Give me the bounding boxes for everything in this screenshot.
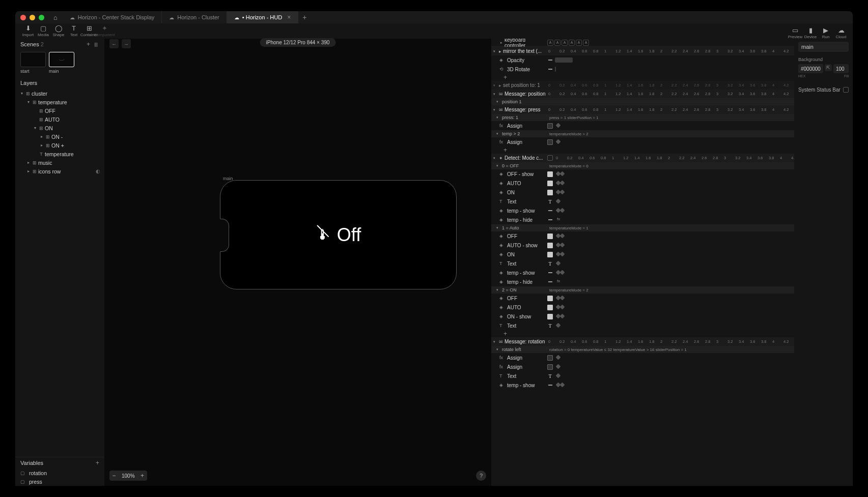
keyframe[interactable] [560, 181, 565, 186]
time-ruler[interactable]: 00.20.40.60.811.21.41.61.822.22.42.62.83… [555, 154, 794, 162]
keyframe[interactable] [560, 171, 565, 177]
expand-arrow[interactable]: ▾ [496, 226, 500, 230]
preview-button[interactable]: ▭Preview [788, 26, 803, 39]
track-row[interactable]: ⟲3D Rotate [491, 65, 794, 74]
track-lane[interactable] [555, 188, 794, 197]
track-group[interactable]: ▾✉Message: position00.20.40.60.811.21.41… [491, 90, 794, 98]
track-condition[interactable]: ▾0 = OFFtemperatureMode = 0 [491, 162, 794, 169]
track-row[interactable]: ◈AUTO [491, 303, 794, 312]
track-lane[interactable] [555, 231, 794, 241]
expand-arrow[interactable]: ▾ [493, 83, 497, 87]
track-lane[interactable] [555, 55, 794, 65]
track-row[interactable]: ◈ON [491, 188, 794, 197]
track-row[interactable]: ◈temp - hidefx [491, 215, 794, 224]
inspector-title[interactable]: main [798, 42, 849, 52]
track-toggle[interactable] [547, 123, 553, 129]
track-group[interactable]: ▾▸set position to: 100.20.40.60.811.21.4… [491, 81, 794, 90]
track-row[interactable]: TTextT [491, 259, 794, 268]
variable-press[interactable]: ▢press [15, 477, 104, 486]
track-lane[interactable] [555, 259, 794, 268]
tab-1[interactable]: ☁Horizon - Cluster [162, 11, 227, 23]
track-row[interactable]: TTextT [491, 321, 794, 330]
zoom-value[interactable]: 100% [119, 473, 138, 479]
expand-arrow[interactable]: ▾ [496, 100, 500, 104]
background-hex-field[interactable]: #000000 [798, 64, 823, 73]
kb-key-3[interactable]: A [569, 40, 575, 46]
track-condition[interactable]: ▾2 = ONtemperatureMode = 2 [491, 286, 794, 294]
expand-arrow[interactable]: ▾ [493, 156, 497, 160]
track-lane[interactable]: fx [555, 277, 794, 286]
nav-back-button[interactable]: ← [109, 39, 119, 48]
keyframe[interactable] [556, 123, 561, 128]
add-track-button[interactable]: + [491, 74, 794, 81]
track-toggle[interactable] [547, 305, 553, 310]
layer-temperature[interactable]: Ttemperature [15, 150, 104, 158]
track-row[interactable]: ◈OFF [491, 294, 794, 303]
track-condition[interactable]: ▾1 = AutotemperatureMode = 1 [491, 224, 794, 231]
track-toggle[interactable]: T [547, 261, 553, 267]
track-condition[interactable]: ▾rotate leftrotation = 0 temperatureValu… [491, 346, 794, 353]
expand-arrow[interactable]: ▾ [493, 340, 497, 344]
keyframe[interactable] [556, 373, 561, 378]
track-lane[interactable] [555, 137, 794, 147]
track-row[interactable]: fxAssign [491, 137, 794, 147]
canvas[interactable]: main 🌡 Off [104, 49, 491, 486]
track-lane[interactable] [555, 206, 794, 215]
track-lane[interactable] [555, 362, 794, 371]
track-row[interactable]: ◈ON [491, 250, 794, 259]
track-condition[interactable]: ▾press: 1press = 1 sliderPosition = 1 [491, 114, 794, 121]
text-button[interactable]: TText [66, 24, 81, 37]
track-row[interactable]: fxAssign [491, 121, 794, 130]
track-row[interactable]: ◈AUTO [491, 179, 794, 188]
background-pct-field[interactable]: 100 [833, 64, 849, 73]
scene-main[interactable]: ·—·main [49, 52, 74, 74]
kb-key-2[interactable]: A [562, 40, 568, 46]
animation-bar[interactable] [555, 57, 573, 63]
expand-arrow[interactable]: ▾ [496, 164, 500, 168]
track-row[interactable]: ◈OFF - show [491, 169, 794, 179]
kb-key-4[interactable]: A [576, 40, 582, 46]
expand-arrow[interactable]: ▾ [33, 126, 38, 130]
scene-settings-icon[interactable]: ⫼ [93, 41, 99, 48]
track-toggle[interactable] [547, 233, 553, 239]
expand-arrow[interactable]: ▸ [26, 160, 31, 165]
expand-arrow[interactable]: ▸ [39, 143, 44, 148]
time-ruler[interactable]: 00.20.40.60.811.21.41.61.822.22.42.62.83… [547, 81, 794, 90]
run-button[interactable]: ▶Run [818, 26, 833, 39]
track-row[interactable]: ◈ON - show [491, 312, 794, 321]
cloud-button[interactable]: ☁Cloud [833, 26, 849, 39]
track-group[interactable]: ▾✉Message: press00.20.40.60.811.21.41.61… [491, 105, 794, 114]
time-ruler[interactable]: 00.20.40.60.811.21.41.61.822.22.42.62.83… [547, 90, 794, 98]
track-toggle[interactable] [547, 243, 553, 248]
keyframe[interactable] [560, 252, 565, 257]
layer-OFF[interactable]: ⊞OFF [15, 106, 104, 115]
import-button[interactable]: ⬇Import [20, 24, 36, 37]
scene-start[interactable]: start [20, 52, 46, 74]
tab-2[interactable]: ☁• Horizon - HUD× [227, 11, 298, 23]
keyframe[interactable] [560, 314, 565, 319]
variable-rotation[interactable]: ▢rotation [15, 469, 104, 477]
keyframe[interactable] [560, 383, 565, 388]
track-lane[interactable] [555, 312, 794, 321]
track-condition[interactable]: ▾temp > 2temperatureMode > 2 [491, 130, 794, 137]
track-row[interactable]: ◈AUTO - show [491, 241, 794, 250]
keyframe[interactable] [556, 355, 561, 360]
nav-forward-button[interactable]: → [122, 39, 131, 48]
track-row[interactable]: ◈OFF [491, 231, 794, 241]
add-track-button[interactable]: + [491, 330, 794, 337]
zoom-in-button[interactable]: + [138, 472, 147, 479]
keyframe[interactable] [560, 208, 565, 213]
help-button[interactable]: ? [476, 471, 486, 481]
track-lane[interactable] [555, 371, 794, 381]
expand-arrow[interactable]: ▾ [496, 115, 500, 120]
time-ruler[interactable]: 00.20.40.60.811.21.41.61.822.22.42.62.83… [547, 105, 794, 114]
track-lane[interactable]: fx [555, 215, 794, 224]
track-condition[interactable]: ▾position 1 [491, 98, 794, 105]
track-group[interactable]: ▾▸mirror the text (...00.20.40.60.811.21… [491, 47, 794, 55]
track-row[interactable]: TTextT [491, 197, 794, 206]
track-toggle[interactable] [547, 383, 553, 388]
close-window[interactable] [20, 15, 26, 20]
track-row[interactable]: ◈Opacity [491, 55, 794, 65]
keyframe[interactable] [556, 261, 561, 266]
expand-arrow[interactable]: ▾ [496, 347, 500, 352]
